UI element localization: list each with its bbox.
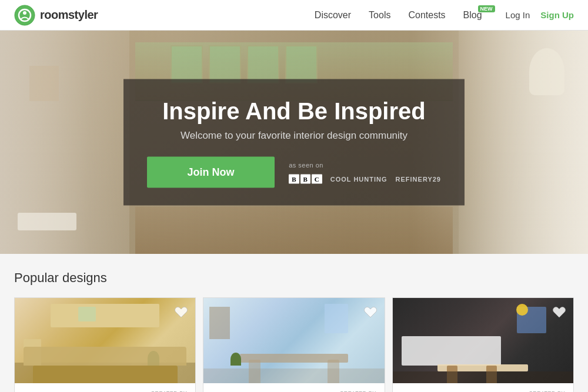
design-info-1: Tiny Kitchen CREATED BY LB1981 [15, 383, 195, 392]
thumb2-window [325, 304, 348, 333]
bbc-b2: B [300, 174, 310, 183]
hero-right-panel [459, 31, 588, 254]
design-card-1[interactable]: Tiny Kitchen CREATED BY LB1981 [14, 297, 196, 392]
as-seen-logos: B B C COOL HUNTING REFINERY29 [289, 174, 441, 183]
hero-left-panel [0, 31, 129, 254]
hero-actions: Join Now as seen on B B C COOL HUNTING R… [147, 157, 441, 188]
thumb2-floor [203, 368, 384, 383]
nav-tools[interactable]: Tools [369, 10, 390, 21]
heart-icon-2[interactable] [362, 304, 379, 320]
window-pane-2 [209, 45, 241, 83]
window-pane-1 [171, 45, 203, 83]
thumb1-floor [15, 363, 195, 383]
designs-grid: Tiny Kitchen CREATED BY LB1981 [14, 297, 574, 392]
window-pane-4 [285, 45, 318, 83]
thumb3-cabinet [402, 336, 501, 366]
bbc-b1: B [289, 174, 299, 183]
header: roomstyler Discover Tools Contests Blog … [0, 0, 588, 31]
thumb1-window [78, 307, 96, 321]
nav-blog[interactable]: Blog NEW [463, 10, 482, 21]
logo-area[interactable]: roomstyler [14, 5, 98, 26]
refinery29-logo: REFINERY29 [396, 175, 441, 182]
roomstyler-logo-icon [14, 5, 35, 26]
svg-point-0 [15, 5, 35, 25]
thumb1-counter2 [24, 347, 186, 366]
login-button[interactable]: Log In [506, 10, 530, 20]
design-info-3: SMALL KITCHEN CREATED BY ANAAPRIL [393, 383, 573, 392]
kitchen-counter [135, 207, 453, 254]
design-card-3[interactable]: SMALL KITCHEN CREATED BY ANAAPRIL [392, 297, 574, 392]
hero-title: Inspire And Be Inspired [147, 98, 441, 124]
flower-hint [529, 48, 564, 95]
hero-subtitle: Welcome to your favorite interior design… [147, 130, 441, 142]
popular-designs-title: Popular designs [14, 270, 574, 286]
heart-icon-3[interactable] [551, 304, 567, 320]
window-pane-3 [247, 45, 279, 83]
join-now-button[interactable]: Join Now [147, 157, 275, 188]
signup-button[interactable]: Sign Up [540, 10, 574, 20]
thumb3-floor [393, 371, 573, 383]
hero-section: Inspire And Be Inspired Welcome to your … [0, 31, 588, 254]
as-seen-on: as seen on B B C COOL HUNTING REFINERY29 [289, 161, 441, 183]
design-thumb-2 [203, 298, 384, 383]
thumb2-cabinet [209, 307, 230, 339]
nav-contests[interactable]: Contests [408, 10, 445, 21]
design-thumb-1 [15, 298, 195, 383]
cabinet-hint [29, 66, 59, 101]
as-seen-label: as seen on [289, 161, 323, 168]
design-thumb-3 [393, 298, 573, 383]
thumb1-upper-cabinet [51, 304, 159, 327]
design-card-2[interactable]: coastal CREATED BY ANAAPRIL [203, 297, 385, 392]
nav-discover[interactable]: Discover [315, 10, 351, 21]
header-actions: Log In Sign Up [506, 10, 574, 20]
svg-point-2 [23, 11, 26, 15]
bbc-logo: B B C [289, 174, 322, 183]
design-info-2: coastal CREATED BY ANAAPRIL [203, 383, 384, 392]
cool-hunting-logo: COOL HUNTING [330, 175, 387, 182]
hero-overlay: Inspire And Be Inspired Welcome to your … [123, 79, 465, 206]
bathtub-hint [18, 213, 76, 230]
bbc-c: C [312, 174, 322, 183]
popular-designs-section: Popular designs Tiny Kitchen [0, 254, 588, 392]
blog-new-badge: NEW [478, 5, 495, 12]
thumb2-plant [230, 353, 241, 366]
heart-icon-1[interactable] [173, 304, 189, 320]
logo-text: roomstyler [40, 8, 98, 22]
main-nav: Discover Tools Contests Blog NEW [315, 10, 482, 21]
